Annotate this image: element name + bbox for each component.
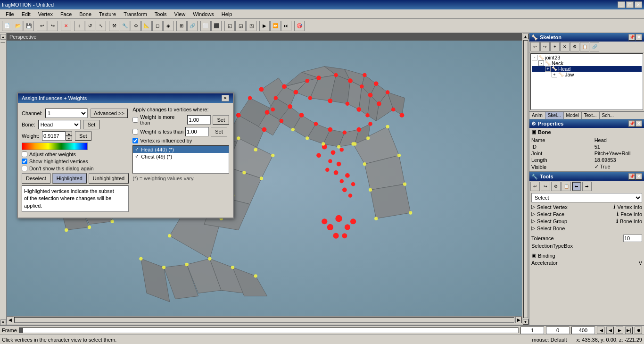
tab-anim[interactable]: Anim xyxy=(529,112,545,119)
tb-grid[interactable]: ⊞ xyxy=(176,21,187,31)
menu-windows[interactable]: Windows xyxy=(189,10,218,18)
tb-scale[interactable]: ⤡ xyxy=(96,21,106,31)
frame-next-button[interactable]: ▶ xyxy=(616,327,623,334)
h-scrollbar[interactable] xyxy=(14,317,514,323)
skel-tb1[interactable]: ↩ xyxy=(530,42,540,51)
tb-delete[interactable]: ✕ xyxy=(61,21,71,31)
unhighlighted-button[interactable]: Unhighlighted xyxy=(89,173,129,184)
cond1-checkbox[interactable] xyxy=(132,117,138,123)
v-scroll-up[interactable]: ▲ xyxy=(523,34,528,39)
influence-list[interactable]: ✓ Head (440) (*) ✓ Chest (49) (*) xyxy=(132,145,229,174)
tb-mesh1[interactable]: ◱ xyxy=(224,21,235,31)
tb-redo[interactable]: ↪ xyxy=(48,21,58,31)
tool-tb2[interactable]: ↪ xyxy=(541,182,550,191)
tb-tool3[interactable]: ⚙ xyxy=(131,21,141,31)
v-scrollbar[interactable] xyxy=(523,40,528,318)
timeline-thumb[interactable] xyxy=(19,328,23,333)
influence-item-chest[interactable]: ✓ Chest (49) (*) xyxy=(133,153,229,160)
skel-tb6[interactable]: 📋 xyxy=(580,42,589,51)
h-scroll-left[interactable]: ◀ xyxy=(7,317,13,323)
tool-tb1[interactable]: ↩ xyxy=(530,182,540,191)
tb-anim1[interactable]: ▶ xyxy=(259,21,270,31)
skeleton-close-button[interactable]: ✕ xyxy=(636,34,642,41)
tolerance-input[interactable] xyxy=(623,235,642,242)
select-vertex-row[interactable]: ▷ Select Vertex ℹ Vertex Info xyxy=(529,203,644,210)
binding-section[interactable]: ▣ Binding xyxy=(529,252,644,260)
tb-tool6[interactable]: ◈ xyxy=(163,21,173,31)
frame-first-button[interactable]: |◀ xyxy=(597,327,604,334)
deselect-button[interactable]: Deselect xyxy=(22,173,50,184)
left-ruler-down[interactable]: ▼ xyxy=(0,319,6,325)
menu-texture[interactable]: Texture xyxy=(95,10,120,18)
weight-set-button[interactable]: Set xyxy=(75,131,91,141)
menu-view[interactable]: View xyxy=(171,10,190,18)
bone-select[interactable]: Head xyxy=(38,120,81,129)
cond1-value[interactable] xyxy=(187,115,211,125)
minimize-button[interactable]: _ xyxy=(618,1,625,8)
tb-anim2[interactable]: ⏩ xyxy=(270,21,281,31)
properties-pin-button[interactable]: 📌 xyxy=(628,120,635,127)
tab-model[interactable]: Model xyxy=(564,112,582,119)
skeleton-pin-button[interactable]: 📌 xyxy=(628,34,635,41)
tb-view1[interactable]: ⬜ xyxy=(200,21,211,31)
jaw-expand[interactable]: + xyxy=(552,72,557,77)
frame-end-field[interactable] xyxy=(571,327,595,334)
menu-face[interactable]: Face xyxy=(57,10,75,18)
tool-tb3[interactable]: ⚙ xyxy=(551,182,561,191)
menu-transform[interactable]: Transform xyxy=(120,10,151,18)
frame-current-field[interactable] xyxy=(546,327,570,334)
skel-tb3[interactable]: + xyxy=(550,42,560,51)
select-bone-row[interactable]: ▷ Select Bone xyxy=(529,225,644,232)
bone-section-collapse[interactable]: ▣ xyxy=(531,129,536,135)
v-scroll-down[interactable]: ▼ xyxy=(523,319,528,325)
tb-new[interactable]: 📄 xyxy=(2,21,12,31)
tool-tb4[interactable]: 📋 xyxy=(561,182,571,191)
weight-input[interactable] xyxy=(42,131,66,141)
menu-edit[interactable]: Edit xyxy=(18,10,34,18)
left-ruler-up[interactable]: ▲ xyxy=(0,34,6,40)
menu-tools[interactable]: Tools xyxy=(151,10,171,18)
cond2-checkbox[interactable] xyxy=(132,129,138,134)
weight-spin-up[interactable]: ▲ xyxy=(66,131,72,136)
show-highlighted-checkbox[interactable] xyxy=(22,159,27,164)
tb-tool4[interactable]: 📐 xyxy=(141,21,152,31)
tools-close-button[interactable]: ✕ xyxy=(636,173,642,180)
joint23-expand[interactable]: - xyxy=(532,55,537,60)
tb-move[interactable]: ↕ xyxy=(74,21,84,31)
maximize-button[interactable]: □ xyxy=(626,1,634,8)
highlighted-button[interactable]: Highlighted xyxy=(52,173,87,184)
viewport-splitter[interactable] xyxy=(7,323,522,325)
skel-tb4[interactable]: ✕ xyxy=(560,42,570,51)
skeleton-tree[interactable]: - 🦴 joint23 - 🦴 Neck + 🦴 Head + 🦴 xyxy=(530,53,643,110)
skel-tb2[interactable]: ↪ xyxy=(540,42,550,51)
neck-expand[interactable]: - xyxy=(538,60,544,66)
frame-record-button[interactable]: ⏺ xyxy=(635,327,642,334)
tb-view2[interactable]: ⬛ xyxy=(211,21,222,31)
adjust-other-checkbox[interactable] xyxy=(22,151,27,157)
select-dropdown[interactable]: Select xyxy=(531,193,642,202)
select-group-row[interactable]: ▷ Select Group ℹ Bone Info xyxy=(529,218,644,225)
tree-item-head[interactable]: + 🦴 Head xyxy=(532,66,642,72)
select-face-row[interactable]: ▷ Select Face ℹ Face Info xyxy=(529,210,644,218)
tb-anim3[interactable]: ⏭ xyxy=(281,21,291,31)
tool-tb5[interactable]: ⬅ xyxy=(572,182,581,191)
head-expand[interactable]: + xyxy=(545,66,551,72)
skel-tb7[interactable]: 🔗 xyxy=(590,42,599,51)
bone-set-button[interactable]: Set xyxy=(83,120,100,129)
menu-bone[interactable]: Bone xyxy=(75,10,95,18)
tool-tb6[interactable]: ➡ xyxy=(582,182,592,191)
viewport[interactable]: Assign Influences + Weights ✕ Channel: 1 xyxy=(7,41,522,316)
channel-select[interactable]: 1 xyxy=(45,109,88,118)
close-button[interactable]: ✕ xyxy=(635,1,642,8)
menu-help[interactable]: Help xyxy=(218,10,236,18)
properties-close-button[interactable]: ✕ xyxy=(636,120,642,127)
tb-snap[interactable]: 🔗 xyxy=(187,21,198,31)
tab-sch[interactable]: Sch... xyxy=(600,112,617,119)
dialog-title-bar[interactable]: Assign Influences + Weights ✕ xyxy=(18,93,233,103)
frame-start-field[interactable] xyxy=(520,327,544,334)
tb-undo[interactable]: ↩ xyxy=(37,21,47,31)
tab-skel[interactable]: Skel... xyxy=(545,112,564,119)
advanced-button[interactable]: Advanced >> xyxy=(91,109,128,118)
tb-tool5[interactable]: ◻ xyxy=(152,21,163,31)
tb-rotate[interactable]: ↺ xyxy=(85,21,95,31)
